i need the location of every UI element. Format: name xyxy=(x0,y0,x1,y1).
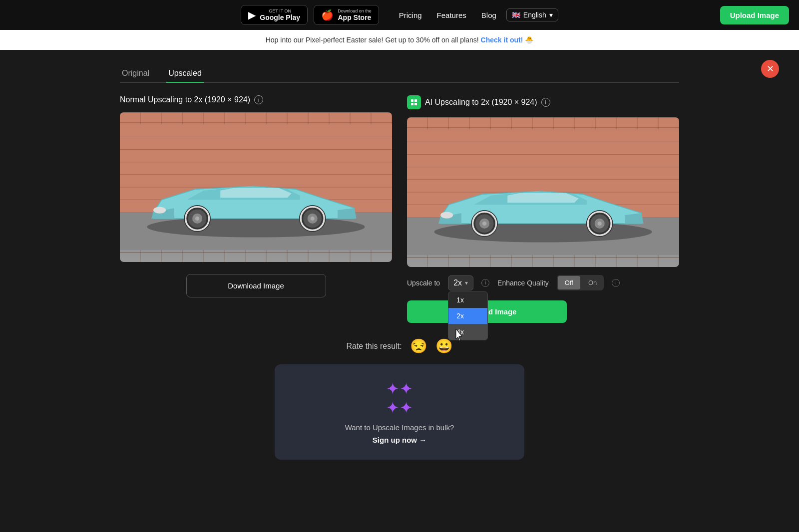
svg-point-8 xyxy=(147,217,365,238)
flag-icon: 🇬🇧 xyxy=(512,11,520,19)
ai-upscale-icon xyxy=(407,95,421,109)
app-store-text: Download on the App Store xyxy=(338,8,372,21)
svg-point-36 xyxy=(598,222,602,226)
svg-point-37 xyxy=(440,212,453,218)
tab-original[interactable]: Original xyxy=(120,65,151,83)
bulk-upscale-section: ✦✦✦✦ Want to Upscale Images in bulk? Sig… xyxy=(275,364,524,460)
nav-pricing[interactable]: Pricing xyxy=(399,11,422,19)
nav-features[interactable]: Features xyxy=(437,11,466,19)
upscale-info-icon[interactable]: i xyxy=(481,279,489,287)
main-nav: Pricing Features Blog xyxy=(399,11,496,19)
scale-value: 2x xyxy=(453,278,462,287)
normal-car-image xyxy=(120,112,392,262)
ai-car-image xyxy=(407,117,679,267)
scale-chevron-icon: ▾ xyxy=(465,279,468,286)
google-play-button[interactable]: ▶ GET IT ON Google Play xyxy=(241,5,308,25)
ai-panel-title: AI Upscaling to 2x (1920 × 924) i xyxy=(407,95,679,109)
apple-icon: 🍎 xyxy=(321,9,334,21)
upload-image-button[interactable]: Upload Image xyxy=(720,6,789,24)
tab-upscaled[interactable]: Upscaled xyxy=(166,65,204,83)
sad-rating-button[interactable]: 😒 xyxy=(410,338,427,354)
svg-point-17 xyxy=(153,207,166,213)
normal-info-icon[interactable]: i xyxy=(254,95,263,104)
normal-panel-title: Normal Upscaling to 2x (1920 × 924) i xyxy=(120,95,392,104)
happy-rating-button[interactable]: 😀 xyxy=(435,338,453,354)
ai-upscale-panel: AI Upscaling to 2x (1920 × 924) i xyxy=(407,95,679,323)
scale-option-4x[interactable]: 4x xyxy=(448,324,487,340)
scale-dropdown-menu: 1x 2x 4x xyxy=(448,291,488,340)
banner-text: Hop into our Pixel-perfect Easter sale! … xyxy=(266,36,479,44)
google-play-icon: ▶ xyxy=(248,9,256,21)
toggle-on[interactable]: On xyxy=(581,276,604,289)
upscale-controls: Upscale to 2x ▾ 1x 2x 4x xyxy=(407,275,679,290)
signup-link[interactable]: Sign up now → xyxy=(373,436,426,444)
main-content: Original Upscaled Normal Upscaling to 2x… xyxy=(100,50,699,475)
scale-dropdown-wrapper: 2x ▾ 1x 2x 4x xyxy=(448,275,473,290)
bulk-icon: ✦✦✦✦ xyxy=(290,379,509,417)
promo-banner: Hop into our Pixel-perfect Easter sale! … xyxy=(0,30,799,50)
store-buttons: ▶ GET IT ON Google Play 🍎 Download on th… xyxy=(241,5,379,25)
comparison-grid: Normal Upscaling to 2x (1920 × 924) i xyxy=(120,95,679,323)
car-svg xyxy=(120,112,392,262)
rating-label: Rate this result: xyxy=(346,342,401,351)
upscale-to-label: Upscale to xyxy=(407,279,440,287)
app-store-button[interactable]: 🍎 Download on the App Store xyxy=(314,5,379,25)
svg-point-12 xyxy=(195,217,199,221)
left-download-button[interactable]: Download Image xyxy=(186,274,326,297)
scale-select[interactable]: 2x ▾ xyxy=(448,275,473,290)
enhance-quality-label: Enhance Quality xyxy=(497,279,549,287)
normal-upscale-panel: Normal Upscaling to 2x (1920 × 924) i xyxy=(120,95,392,323)
toggle-off[interactable]: Off xyxy=(558,276,580,289)
rating-section: Rate this result: 😒 😀 xyxy=(120,338,679,354)
header: ▶ GET IT ON Google Play 🍎 Download on th… xyxy=(0,0,799,30)
svg-point-16 xyxy=(311,217,315,221)
language-selector[interactable]: 🇬🇧 English ▾ xyxy=(506,8,558,21)
scale-option-1x[interactable]: 1x xyxy=(448,292,487,308)
enhance-info-icon[interactable]: i xyxy=(612,279,620,287)
svg-point-28 xyxy=(434,222,652,243)
google-play-text: GET IT ON Google Play xyxy=(260,8,300,21)
ai-car-svg xyxy=(407,117,679,267)
bulk-text: Want to Upscale Images in bulk? xyxy=(290,423,509,432)
normal-image xyxy=(120,112,392,262)
nav-blog[interactable]: Blog xyxy=(481,11,496,19)
tab-bar: Original Upscaled xyxy=(120,65,679,83)
ai-image xyxy=(407,117,679,267)
ai-info-icon[interactable]: i xyxy=(541,98,550,107)
language-label: English xyxy=(523,11,546,19)
close-button[interactable]: ✕ xyxy=(761,60,779,78)
enhance-toggle: Off On xyxy=(557,275,604,290)
chevron-down-icon: ▾ xyxy=(549,11,553,19)
scale-option-2x[interactable]: 2x xyxy=(448,308,487,324)
ai-icon-svg xyxy=(410,98,418,106)
svg-point-32 xyxy=(482,222,486,226)
banner-link[interactable]: Check it out! 🐣 xyxy=(481,36,534,44)
